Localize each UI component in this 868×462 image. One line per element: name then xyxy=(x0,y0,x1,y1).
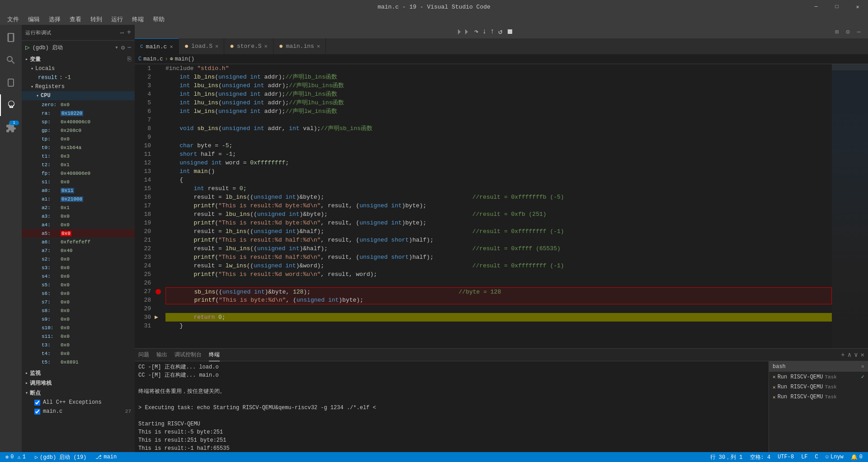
titlebar: main.c - 19 - Visual Studio Code ─ □ ✕ xyxy=(0,0,868,14)
debug-step-over-icon[interactable]: ↷ xyxy=(474,27,479,36)
tab-load-s[interactable]: ● load.S ✕ xyxy=(179,38,225,54)
panel-tab-bar: 问题 输出 调试控制台 终端 + ∧ ∨ ✕ xyxy=(135,349,868,361)
panel-add-icon[interactable]: + xyxy=(841,351,844,359)
debug-more-icon[interactable]: ⋯ xyxy=(127,44,131,51)
breakpoints-section-header[interactable]: ▾ 断点 xyxy=(22,388,135,398)
status-language[interactable]: C xyxy=(813,452,820,462)
tab-store-s[interactable]: ● store.S ✕ xyxy=(224,38,273,54)
code-line-28: printf("This is byte:%d\n", (unsigned in… xyxy=(165,296,832,304)
ln-5: 5 xyxy=(138,98,165,107)
tab-main-c[interactable]: C main.c ✕ xyxy=(135,38,179,54)
status-line-ending[interactable]: LF xyxy=(799,452,809,462)
status-position[interactable]: 行 30，列 1 xyxy=(708,452,745,462)
task-item-2[interactable]: ✕ Run RISCV-QEMU Task xyxy=(769,382,868,392)
menu-terminal[interactable]: 终端 xyxy=(128,14,147,24)
menu-select[interactable]: 选择 xyxy=(45,14,64,24)
breadcrumb-filename[interactable]: main.c xyxy=(143,56,163,62)
menu-goto[interactable]: 转到 xyxy=(87,14,106,24)
panel-chevron-up-icon[interactable]: ∧ xyxy=(848,351,851,359)
status-spaces[interactable]: 空格: 4 xyxy=(748,452,773,462)
reg-s4: s4:0x0 xyxy=(22,272,135,280)
terminal-panel: 问题 输出 调试控制台 终端 + ∧ ∨ ✕ CC -[M] 正在构建... l… xyxy=(135,348,868,452)
menu-run[interactable]: 运行 xyxy=(108,14,127,24)
tab-close-ins[interactable]: ✕ xyxy=(317,43,320,50)
breakpoint-all-cpp-checkbox[interactable] xyxy=(34,400,40,406)
registers-header[interactable]: ▾ Registers xyxy=(22,82,135,91)
tab-close-load[interactable]: ✕ xyxy=(215,43,218,50)
activity-search[interactable] xyxy=(0,49,22,71)
warning-count: 1 xyxy=(23,454,26,460)
warning-icon: ⚠ xyxy=(17,454,20,461)
variables-copy-icon[interactable]: ⎘ xyxy=(127,56,131,63)
menu-view[interactable]: 查看 xyxy=(66,14,85,24)
panel-tab-debug-console[interactable]: 调试控制台 xyxy=(175,349,202,361)
status-encoding[interactable]: UTF-8 xyxy=(776,452,796,462)
breakpoint-main-c-checkbox[interactable] xyxy=(34,409,40,415)
debug-status-label: (gdb) 启动 (19) xyxy=(40,453,86,461)
debug-layout-icon[interactable]: ⊞ xyxy=(835,28,839,36)
status-errors[interactable]: ⊗ 0 ⚠ 1 xyxy=(4,452,28,462)
debug-chevron-icon[interactable]: ▾ xyxy=(115,44,118,51)
cpu-header[interactable]: ▾ CPU xyxy=(22,91,135,100)
close-button[interactable]: ✕ xyxy=(847,0,868,14)
terminal-content[interactable]: CC -[M] 正在构建... load.o CC -[M] 正在构建... m… xyxy=(135,361,769,452)
locals-header[interactable]: ▾ Locals xyxy=(22,64,135,73)
maximize-button[interactable]: □ xyxy=(826,0,847,14)
reg-t4: t4:0x0 xyxy=(22,349,135,358)
tab-modified-dot-load: ● xyxy=(184,42,189,51)
status-branch[interactable]: ⎇ main xyxy=(94,452,118,462)
activity-extensions[interactable] xyxy=(0,117,22,139)
ln-22: 22 xyxy=(138,244,165,253)
status-feedback[interactable]: ☺ Lnyw xyxy=(824,452,845,462)
panel-tab-terminal[interactable]: 终端 xyxy=(209,349,220,361)
status-notifications[interactable]: 🔔 0 xyxy=(849,452,864,462)
callstack-section-header[interactable]: ▸ 调用堆栈 xyxy=(22,378,135,388)
debug-gear-icon[interactable]: ⚙ xyxy=(121,44,125,51)
breadcrumb-symbol[interactable]: main() xyxy=(175,56,194,62)
debug-restart-icon[interactable]: ↺ xyxy=(498,27,503,36)
watch-section-header[interactable]: ▸ 监视 xyxy=(22,368,135,378)
ln-4: 4 xyxy=(138,90,165,98)
code-editor[interactable]: 1 2 3 4 5 6 7 8 9 10 11 12 13 14 15 16 1 xyxy=(135,64,868,348)
reg-s1: s1:0x0 xyxy=(22,177,135,186)
menu-edit[interactable]: 编辑 xyxy=(24,14,43,24)
debug-step-out-icon[interactable]: ↑ xyxy=(490,28,495,36)
breadcrumb-file[interactable]: C xyxy=(138,56,142,62)
debug-run-icon[interactable]: ▷ xyxy=(25,43,30,52)
line-ending-label: LF xyxy=(801,454,807,460)
sidebar-add-icon[interactable]: + xyxy=(127,28,131,37)
menu-help[interactable]: 帮助 xyxy=(149,14,168,24)
reg-t5: t5:0x8891 xyxy=(22,358,135,366)
task-panel-close-icon[interactable]: ✕ xyxy=(861,363,864,370)
task-item-1[interactable]: ✕ Run RISCV-QEMU Task ✓ xyxy=(769,372,868,382)
panel-tab-output[interactable]: 输出 xyxy=(156,349,167,361)
reg-s8: s8:0x0 xyxy=(22,306,135,315)
tab-label-store: store.S xyxy=(237,43,262,50)
ln-20: 20 xyxy=(138,227,165,236)
tab-label-ins: main.ins xyxy=(286,43,314,50)
code-line-3: int lbu_ins(unsigned int addr);//声明lbu_i… xyxy=(165,81,832,90)
menu-file[interactable]: 文件 xyxy=(4,14,23,24)
sidebar-more-icon[interactable]: ⋯ xyxy=(120,29,124,37)
activity-debug[interactable] xyxy=(0,94,22,116)
terminal-line: Starting RISCV-QEMU xyxy=(138,420,765,428)
tab-main-ins[interactable]: ● main.ins ✕ xyxy=(274,38,326,54)
task-item-3[interactable]: ✕ Run RISCV-QEMU Task xyxy=(769,392,868,402)
debug-continue-icon[interactable]: ⏵⏵ xyxy=(456,28,471,36)
activity-git[interactable] xyxy=(0,72,22,93)
variables-section-header[interactable]: ▸ 变量 ⎘ xyxy=(22,54,135,64)
debug-settings-icon[interactable]: ⚙ xyxy=(846,28,849,36)
tab-close-main[interactable]: ✕ xyxy=(170,43,173,50)
minimize-button[interactable]: ─ xyxy=(806,0,826,14)
debug-step-into-icon[interactable]: ↓ xyxy=(482,28,487,36)
panel-close-icon[interactable]: ✕ xyxy=(861,351,864,359)
code-line-7 xyxy=(165,116,832,124)
debug-config-label[interactable]: (gdb) 启动 xyxy=(33,44,112,51)
activity-explorer[interactable] xyxy=(0,27,22,48)
panel-tab-problems[interactable]: 问题 xyxy=(138,349,149,361)
tab-close-store[interactable]: ✕ xyxy=(264,43,268,50)
status-debug[interactable]: ▷ (gdb) 启动 (19) xyxy=(33,452,88,462)
debug-stop-icon[interactable]: ⏹ xyxy=(506,28,514,36)
debug-more2-icon[interactable]: ⋯ xyxy=(857,28,861,36)
panel-chevron-down-icon[interactable]: ∨ xyxy=(854,351,858,359)
